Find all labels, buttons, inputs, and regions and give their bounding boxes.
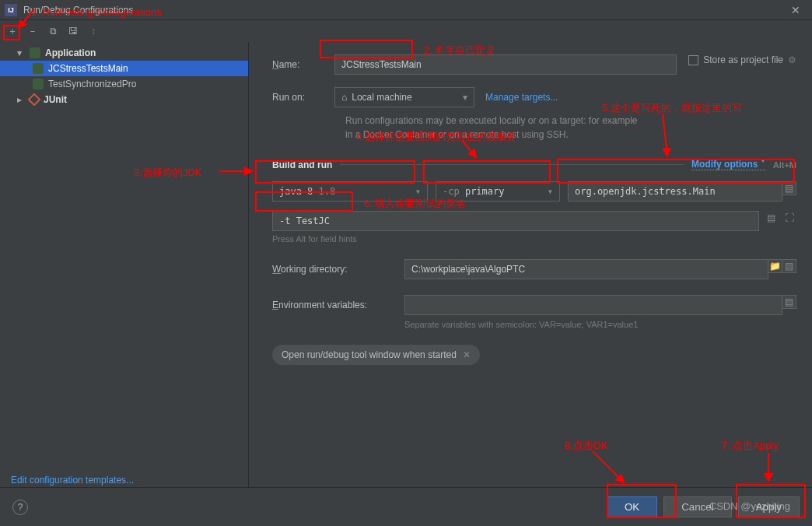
runon-select[interactable]: ⌂ Local machine ▾ — [334, 87, 474, 107]
modify-shortcut: Alt+M — [773, 160, 796, 170]
checkbox-icon[interactable] — [688, 55, 698, 65]
junit-icon — [28, 93, 41, 107]
titlebar: IJ Run/Debug Configurations ✕ — [0, 0, 812, 20]
list-icon[interactable]: ▤ — [782, 295, 796, 309]
remove-icon[interactable]: － — [26, 25, 39, 37]
tree-label: TestSynchronizedPro — [48, 79, 136, 89]
expand-icon[interactable]: ⛶ — [782, 211, 796, 225]
application-icon — [33, 63, 44, 74]
runon-info: Run configurations may be executed local… — [345, 114, 641, 142]
tree-label: JCStressTestsMain — [48, 63, 128, 74]
save-icon[interactable]: 🖫 — [67, 25, 79, 37]
main-class-input[interactable] — [568, 181, 782, 202]
wd-label: Working directory: — [272, 264, 389, 275]
application-icon — [33, 79, 44, 89]
ok-button[interactable]: OK — [607, 496, 657, 517]
cp-prefix: -cp — [443, 186, 460, 197]
chevron-down-icon: ▾ — [548, 186, 553, 197]
tree-node-jcstress[interactable]: JCStressTestsMain — [0, 61, 248, 76]
pill-label: Open run/debug tool window when started — [282, 349, 457, 360]
manage-targets-link[interactable]: Manage targets... — [485, 92, 558, 103]
apply-button[interactable]: Apply — [738, 496, 800, 517]
cancel-button[interactable]: Cancel — [663, 496, 732, 517]
chevron-down-icon: ▾ — [17, 47, 25, 58]
tree-label: JUnit — [44, 94, 67, 105]
chevron-down-icon: ▾ — [463, 92, 467, 103]
store-label: Store as project file — [703, 54, 783, 65]
sort-icon[interactable]: ↕ — [87, 25, 100, 37]
open-tool-window-option[interactable]: Open run/debug tool window when started … — [272, 345, 480, 365]
config-tree: ▾ Application JCStressTestsMain TestSync… — [0, 42, 248, 487]
runon-label: Run on: — [272, 92, 334, 103]
add-icon[interactable]: ＋ — [6, 25, 19, 37]
modify-options-link[interactable]: Modify options ˅ — [691, 159, 765, 170]
toolbar: ＋ － ⧉ 🖫 ↕ — [0, 20, 812, 42]
name-label: Name: — [272, 59, 334, 70]
sidebar: ▾ Application JCStressTestsMain TestSync… — [0, 42, 249, 487]
form-panel: Store as project file ⚙ Name: Run on: ⌂ … — [249, 42, 812, 487]
home-icon: ⌂ — [341, 92, 347, 103]
store-as-project-file[interactable]: Store as project file ⚙ — [688, 54, 796, 65]
tree-label: Application — [45, 47, 96, 58]
folder-icon[interactable]: 📁 — [768, 259, 782, 273]
section-title: Build and run — [272, 160, 332, 170]
copy-icon[interactable]: ⧉ — [47, 25, 59, 37]
program-args-input[interactable] — [272, 211, 759, 231]
tree-node-application[interactable]: ▾ Application — [0, 45, 248, 61]
content: ▾ Application JCStressTestsMain TestSync… — [0, 42, 812, 487]
env-input[interactable] — [404, 295, 782, 315]
list-icon[interactable]: ▤ — [764, 211, 778, 225]
close-icon[interactable]: ✕ — [784, 4, 807, 16]
chevron-down-icon: ▾ — [415, 186, 421, 197]
jdk-value: java 8 — [279, 186, 313, 197]
build-run-header: Build and run Modify options ˅ Alt+M — [272, 159, 796, 170]
jdk-select[interactable]: java 8 1.8 ▾ — [272, 181, 428, 202]
application-icon — [30, 47, 40, 58]
chevron-right-icon: ▸ — [17, 94, 25, 105]
tree-node-testsync[interactable]: TestSynchronizedPro — [0, 76, 248, 92]
name-input[interactable] — [334, 54, 677, 75]
edit-templates-link[interactable]: Edit configuration templates... — [11, 475, 134, 486]
gear-icon[interactable]: ⚙ — [788, 54, 796, 65]
env-label: Environment variables: — [272, 300, 389, 310]
list-icon[interactable]: ▤ — [782, 181, 796, 195]
help-button[interactable]: ? — [12, 500, 28, 515]
jdk-version: 1.8 — [319, 186, 336, 197]
close-icon[interactable]: ✕ — [463, 349, 471, 360]
window-title: Run/Debug Configurations — [23, 5, 784, 16]
working-dir-input[interactable] — [404, 259, 768, 279]
env-hint: Separate variables with semicolon: VAR=v… — [404, 320, 796, 329]
field-hints: Press Alt for field hints — [272, 234, 796, 244]
footer: ? OK Cancel Apply — [0, 487, 812, 526]
runon-value: Local machine — [352, 92, 411, 103]
app-logo: IJ — [5, 4, 17, 16]
cp-value: primary — [465, 186, 505, 197]
classpath-select[interactable]: -cp primary ▾ — [436, 181, 560, 202]
list-icon[interactable]: ▤ — [782, 259, 796, 273]
tree-node-junit[interactable]: ▸ JUnit — [0, 92, 248, 107]
